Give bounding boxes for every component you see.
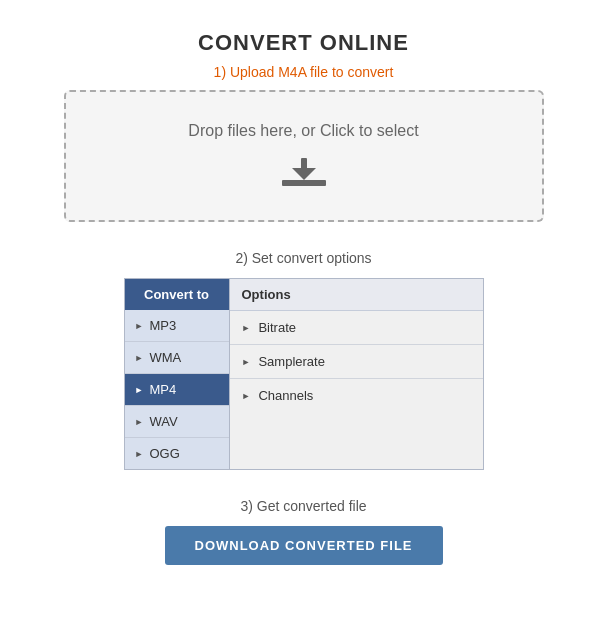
format-label-ogg: OGG bbox=[149, 446, 179, 461]
step1-label: 1) Upload M4A file to convert bbox=[214, 64, 394, 80]
file-dropzone[interactable]: Drop files here, or Click to select bbox=[64, 90, 544, 222]
page-title: CONVERT ONLINE bbox=[198, 30, 409, 56]
dropzone-text: Drop files here, or Click to select bbox=[188, 122, 418, 140]
format-label-wma: WMA bbox=[149, 350, 181, 365]
format-label-mp4: MP4 bbox=[149, 382, 176, 397]
options-header: Options bbox=[230, 279, 483, 311]
format-item-mp4[interactable]: ► MP4 bbox=[125, 374, 229, 406]
step2-label: 2) Set convert options bbox=[235, 250, 371, 266]
option-arrow-channels: ► bbox=[242, 391, 251, 401]
options-panel: Options ► Bitrate ► Samplerate ► Channel… bbox=[230, 279, 483, 469]
svg-rect-0 bbox=[282, 180, 326, 186]
format-arrow-wav: ► bbox=[135, 417, 144, 427]
format-list: Convert to ► MP3 ► WMA ► MP4 ► WAV ► OGG bbox=[125, 279, 230, 469]
format-list-header: Convert to bbox=[125, 279, 229, 310]
format-arrow-mp3: ► bbox=[135, 321, 144, 331]
format-item-mp3[interactable]: ► MP3 bbox=[125, 310, 229, 342]
option-bitrate[interactable]: ► Bitrate bbox=[230, 311, 483, 345]
format-item-wma[interactable]: ► WMA bbox=[125, 342, 229, 374]
option-samplerate[interactable]: ► Samplerate bbox=[230, 345, 483, 379]
option-label-bitrate: Bitrate bbox=[258, 320, 296, 335]
format-label-wav: WAV bbox=[149, 414, 177, 429]
format-arrow-mp4: ► bbox=[135, 385, 144, 395]
format-label-mp3: MP3 bbox=[149, 318, 176, 333]
option-arrow-samplerate: ► bbox=[242, 357, 251, 367]
download-button[interactable]: DOWNLOAD CONVERTED FILE bbox=[165, 526, 443, 565]
option-arrow-bitrate: ► bbox=[242, 323, 251, 333]
option-label-channels: Channels bbox=[258, 388, 313, 403]
format-arrow-wma: ► bbox=[135, 353, 144, 363]
convert-panel: Convert to ► MP3 ► WMA ► MP4 ► WAV ► OGG… bbox=[124, 278, 484, 470]
option-channels[interactable]: ► Channels bbox=[230, 379, 483, 412]
option-label-samplerate: Samplerate bbox=[258, 354, 324, 369]
format-arrow-ogg: ► bbox=[135, 449, 144, 459]
upload-icon bbox=[282, 154, 326, 190]
svg-marker-2 bbox=[292, 168, 316, 180]
format-item-ogg[interactable]: ► OGG bbox=[125, 438, 229, 469]
step3-label: 3) Get converted file bbox=[240, 498, 366, 514]
format-item-wav[interactable]: ► WAV bbox=[125, 406, 229, 438]
